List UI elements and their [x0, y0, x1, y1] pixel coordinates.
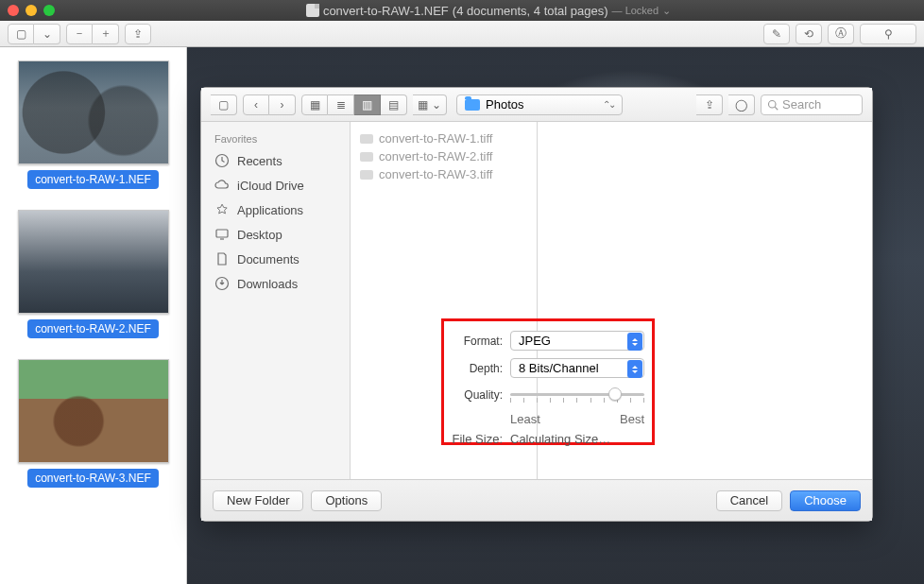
zoom-out-button[interactable]: －	[66, 24, 93, 44]
view-gallery-button[interactable]: ▤	[381, 94, 407, 115]
rotate-button[interactable]: ⟲	[796, 24, 822, 44]
share-sheet-button[interactable]: ⇪	[696, 94, 723, 115]
filesize-value: Calculating Size…	[510, 432, 610, 446]
downloads-icon	[214, 276, 230, 291]
documents-icon	[214, 251, 230, 266]
sidebar-toggle-button[interactable]: ▢	[8, 24, 34, 44]
favorite-recents[interactable]: Recents	[201, 148, 350, 173]
depth-label: Depth:	[452, 362, 503, 375]
slider-knob[interactable]	[608, 387, 622, 401]
image-file-icon	[360, 170, 373, 180]
thumbnail-2[interactable]	[18, 210, 169, 314]
slider-ticks	[510, 398, 644, 403]
location-label: Photos	[486, 97, 523, 112]
desktop-icon	[214, 227, 230, 242]
thumbnail-3-label: convert-to-RAW-3.NEF	[27, 469, 159, 488]
quality-least-label: Least	[510, 412, 540, 426]
sidebar-toggle-icon[interactable]: ▢	[211, 94, 237, 115]
view-icons-button[interactable]: ▦	[301, 94, 328, 115]
stepper-arrows-icon	[627, 360, 642, 378]
chevron-down-icon[interactable]: ⌄	[662, 5, 671, 17]
options-button[interactable]: Options	[311, 490, 382, 511]
forward-button[interactable]: ›	[269, 94, 296, 115]
image-file-icon	[360, 152, 373, 162]
image-file-icon	[360, 134, 373, 144]
svg-point-0	[769, 100, 777, 108]
favorite-icloud[interactable]: iCloud Drive	[201, 173, 350, 198]
back-button[interactable]: ‹	[243, 94, 269, 115]
chevrons-icon: ⌃⌄	[603, 99, 614, 110]
view-columns-button[interactable]: ▥	[354, 94, 381, 115]
search-field[interactable]: Search	[761, 94, 863, 115]
thumbnail-1[interactable]	[18, 60, 169, 164]
filesize-label: File Size:	[452, 432, 503, 446]
search-icon	[767, 99, 779, 111]
window-titlebar: convert-to-RAW-1.NEF (4 documents, 4 tot…	[0, 0, 924, 21]
stepper-arrows-icon	[627, 333, 642, 351]
folder-icon	[465, 99, 480, 111]
search-placeholder: Search	[782, 97, 821, 112]
format-label: Format:	[452, 335, 503, 348]
quality-label: Quality:	[452, 388, 503, 402]
file-row-2[interactable]: convert-to-RAW-2.tiff	[360, 147, 527, 165]
zoom-window-button[interactable]	[43, 5, 55, 16]
slider-track	[510, 393, 644, 396]
window-locked-label: — Locked	[612, 5, 659, 16]
new-folder-button[interactable]: New Folder	[213, 490, 303, 511]
svg-rect-3	[216, 230, 228, 237]
location-popup[interactable]: Photos ⌃⌄	[456, 94, 623, 115]
favorite-applications[interactable]: Applications	[201, 198, 350, 222]
thumbnail-1-label: convert-to-RAW-1.NEF	[27, 170, 159, 189]
thumbnail-3[interactable]	[18, 359, 169, 463]
markup-pencil-button[interactable]: ✎	[763, 24, 790, 44]
close-window-button[interactable]	[8, 5, 19, 16]
thumbnail-2-label: convert-to-RAW-2.NEF	[27, 319, 159, 338]
quality-slider[interactable]	[510, 386, 644, 404]
cancel-button[interactable]: Cancel	[716, 490, 782, 511]
share-button[interactable]: ⇪	[125, 24, 151, 44]
sidebar-menu-button[interactable]: ⌄	[34, 24, 60, 44]
annotate-button[interactable]: Ⓐ	[828, 24, 854, 44]
toolbar-search-button[interactable]: ⚲	[860, 24, 916, 44]
cloud-icon	[214, 178, 230, 193]
svg-line-1	[775, 107, 778, 110]
view-list-button[interactable]: ≣	[328, 94, 354, 115]
clock-icon	[214, 153, 230, 168]
document-icon	[306, 4, 319, 17]
favorites-header: Favorites	[201, 129, 350, 148]
favorite-desktop[interactable]: Desktop	[201, 222, 350, 247]
page-thumbnails-sidebar: convert-to-RAW-1.NEF convert-to-RAW-2.NE…	[0, 47, 187, 584]
window-docinfo: (4 documents, 4 total pages)	[453, 4, 608, 18]
export-settings-panel: Format: JPEG Depth: 8 Bits/Channel Quali…	[441, 318, 655, 445]
choose-button[interactable]: Choose	[790, 490, 861, 511]
favorites-sidebar: Favorites Recents iCloud Drive Applicati…	[201, 122, 351, 479]
quality-best-label: Best	[620, 412, 644, 426]
zoom-in-button[interactable]: ＋	[93, 24, 119, 44]
minimize-window-button[interactable]	[26, 5, 37, 16]
file-chooser-sheet: ▢ ‹ › ▦ ≣ ▥ ▤ ▦ ⌄ Photos ⌃⌄ ⇪ ◯	[200, 87, 873, 522]
apps-icon	[214, 202, 230, 217]
format-select[interactable]: JPEG	[510, 331, 644, 351]
depth-select[interactable]: 8 Bits/Channel	[510, 358, 644, 378]
window-filename: convert-to-RAW-1.NEF	[323, 4, 449, 18]
group-by-button[interactable]: ▦ ⌄	[413, 94, 447, 115]
tags-button[interactable]: ◯	[728, 94, 755, 115]
traffic-lights	[8, 5, 55, 16]
file-row-3[interactable]: convert-to-RAW-3.tiff	[360, 165, 527, 183]
app-toolbar: ▢ ⌄ － ＋ ⇪ ✎ ⟲ Ⓐ ⚲	[0, 21, 924, 47]
file-row-1[interactable]: convert-to-RAW-1.tiff	[360, 129, 527, 147]
favorite-downloads[interactable]: Downloads	[201, 271, 350, 296]
favorite-documents[interactable]: Documents	[201, 247, 350, 271]
